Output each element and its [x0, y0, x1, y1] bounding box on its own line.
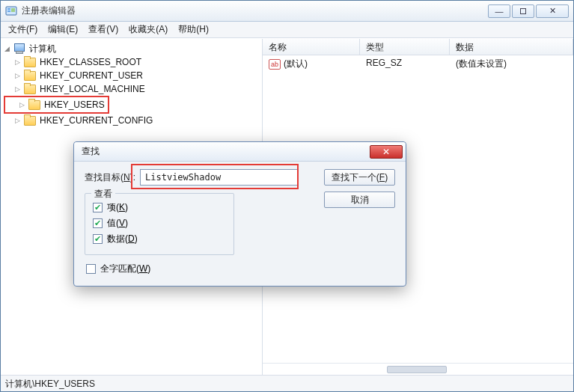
- check-values-row[interactable]: ✔ 值(V): [93, 217, 226, 230]
- minimize-button[interactable]: —: [488, 4, 510, 18]
- background-blur: [150, 1, 468, 21]
- look-at-legend: 查看: [91, 188, 115, 200]
- col-type[interactable]: 类型: [360, 39, 450, 55]
- scrollbar-thumb[interactable]: [387, 366, 447, 373]
- tree-root-label: 计算机: [28, 43, 58, 55]
- expand-icon[interactable]: ▷: [13, 72, 22, 79]
- statusbar: 计算机\HKEY_USERS: [1, 375, 573, 391]
- check-data-label: 数据(D): [107, 233, 138, 245]
- find-next-button[interactable]: 查找下一个(F): [324, 169, 395, 186]
- look-at-group: 查看 ✔ 项(K) ✔ 值(V) ✔ 数据(D): [85, 193, 234, 255]
- svg-rect-3: [11, 8, 15, 12]
- folder-icon: [24, 115, 36, 126]
- list-row[interactable]: ab(默认) REG_SZ (数值未设置): [263, 55, 573, 73]
- check-values[interactable]: ✔: [93, 218, 103, 228]
- find-dialog-title: 查找: [82, 145, 370, 158]
- folder-icon: [24, 70, 36, 81]
- expand-icon[interactable]: ▷: [17, 101, 26, 108]
- folder-icon: [28, 99, 40, 110]
- check-keys-row[interactable]: ✔ 项(K): [93, 201, 226, 214]
- cancel-button[interactable]: 取消: [324, 192, 395, 208]
- menu-favorites[interactable]: 收藏夹(A): [124, 22, 172, 37]
- menu-edit[interactable]: 编辑(E): [43, 22, 82, 37]
- tree-item[interactable]: ▷HKEY_USERS: [7, 98, 106, 111]
- menu-file[interactable]: 文件(F): [4, 22, 42, 37]
- cell-data: (数值未设置): [450, 58, 573, 70]
- check-keys-label: 项(K): [107, 201, 128, 214]
- find-dialog: 查找 ✕ 查找目标(N): 查找下一个(F) 取消 查看 ✔: [73, 141, 406, 287]
- whole-word-label: 全字匹配(W): [100, 263, 150, 275]
- check-whole-word[interactable]: ✔: [86, 264, 96, 274]
- menu-help[interactable]: 帮助(H): [174, 22, 213, 37]
- tree-item[interactable]: ▷HKEY_LOCAL_MACHINE: [2, 82, 260, 96]
- tree-item-label: HKEY_USERS: [43, 99, 106, 110]
- string-value-icon: ab: [269, 59, 281, 70]
- col-data[interactable]: 数据: [450, 39, 573, 55]
- close-button[interactable]: ✕: [536, 4, 569, 18]
- cell-name: ab(默认): [263, 58, 360, 70]
- titlebar: 注册表编辑器 — ✕: [1, 1, 573, 22]
- dialog-buttons: 查找下一个(F) 取消: [324, 169, 395, 214]
- maximize-button[interactable]: [512, 4, 534, 18]
- tree-item-label: HKEY_CURRENT_USER: [38, 70, 144, 81]
- collapse-icon[interactable]: ◢: [2, 45, 11, 52]
- tree-item-label: HKEY_LOCAL_MACHINE: [38, 84, 147, 94]
- folder-icon: [24, 57, 36, 67]
- horizontal-scrollbar[interactable]: [263, 363, 573, 375]
- expand-icon[interactable]: ▷: [13, 58, 22, 66]
- tree-item[interactable]: ▷HKEY_CURRENT_CONFIG: [2, 114, 260, 127]
- check-data-row[interactable]: ✔ 数据(D): [93, 233, 226, 245]
- check-values-label: 值(V): [107, 217, 128, 230]
- whole-word-row[interactable]: ✔ 全字匹配(W): [86, 263, 395, 275]
- menu-view[interactable]: 查看(V): [84, 22, 123, 37]
- statusbar-path: 计算机\HKEY_USERS: [5, 379, 95, 389]
- svg-rect-2: [7, 10, 10, 12]
- expand-icon[interactable]: ▷: [13, 85, 22, 93]
- svg-rect-1: [7, 8, 10, 10]
- highlight-box-tree: ▷HKEY_USERS: [4, 96, 109, 114]
- list-header: 名称 类型 数据: [263, 39, 573, 55]
- menubar: 文件(F) 编辑(E) 查看(V) 收藏夹(A) 帮助(H): [1, 22, 573, 38]
- cell-type: REG_SZ: [360, 58, 450, 70]
- tree-item-label: HKEY_CURRENT_CONFIG: [38, 115, 154, 126]
- check-data[interactable]: ✔: [93, 234, 103, 244]
- window-control-buttons: — ✕: [488, 4, 569, 18]
- col-name[interactable]: 名称: [263, 39, 360, 55]
- check-keys[interactable]: ✔: [93, 203, 103, 212]
- find-target-label: 查找目标(N):: [85, 171, 135, 184]
- tree-item[interactable]: ▷HKEY_CLASSES_ROOT: [2, 55, 260, 69]
- find-dialog-close-button[interactable]: ✕: [370, 145, 403, 159]
- tree-root[interactable]: ◢ 计算机: [2, 42, 260, 55]
- expand-icon[interactable]: ▷: [13, 117, 22, 124]
- folder-icon: [24, 84, 36, 94]
- find-target-input[interactable]: [140, 169, 299, 186]
- find-dialog-titlebar[interactable]: 查找 ✕: [74, 142, 406, 162]
- tree-item-label: HKEY_CLASSES_ROOT: [38, 57, 143, 67]
- find-dialog-body: 查找目标(N): 查找下一个(F) 取消 查看 ✔ 项(K) ✔: [74, 162, 406, 286]
- computer-icon: [13, 43, 25, 54]
- regedit-window: 注册表编辑器 — ✕ 文件(F) 编辑(E) 查看(V) 收藏夹(A) 帮助(H…: [0, 0, 574, 392]
- regedit-app-icon: [5, 5, 17, 17]
- tree-item[interactable]: ▷HKEY_CURRENT_USER: [2, 69, 260, 82]
